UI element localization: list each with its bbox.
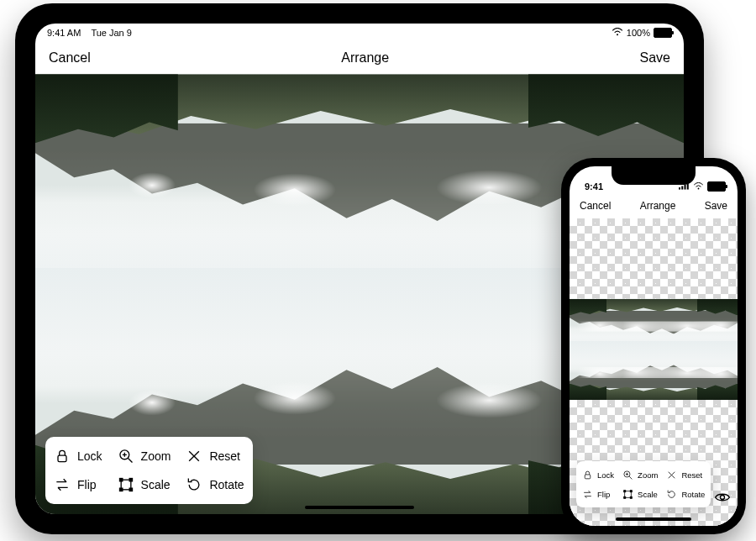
- home-indicator[interactable]: [616, 517, 691, 521]
- tool-scale[interactable]: Scale: [622, 485, 658, 503]
- x-icon: [666, 470, 677, 481]
- rotate-icon: [186, 476, 202, 493]
- battery-icon: [707, 181, 726, 192]
- svg-rect-10: [129, 479, 132, 481]
- save-button[interactable]: Save: [640, 50, 670, 66]
- cancel-button[interactable]: Cancel: [580, 200, 611, 212]
- tool-lock-label: Lock: [77, 449, 102, 463]
- svg-rect-29: [630, 496, 632, 498]
- tool-reset-label: Reset: [681, 470, 702, 480]
- battery-icon: [654, 28, 672, 38]
- tool-reset[interactable]: Reset: [666, 465, 705, 484]
- tool-lock[interactable]: Lock: [582, 465, 614, 484]
- tool-rotate-label: Rotate: [209, 478, 244, 491]
- svg-rect-9: [119, 479, 122, 481]
- tool-scale[interactable]: Scale: [118, 472, 171, 497]
- wifi-icon: [693, 181, 704, 192]
- wifi-icon: [612, 28, 623, 38]
- svg-line-3: [128, 459, 132, 463]
- svg-point-30: [721, 496, 725, 500]
- iphone-arrange-canvas[interactable]: Lock Zoom Reset: [570, 218, 738, 526]
- svg-rect-14: [681, 186, 683, 190]
- tool-panel: Lock Zoom Reset: [576, 461, 711, 507]
- tool-zoom-label: Zoom: [141, 449, 171, 463]
- save-button[interactable]: Save: [705, 200, 727, 212]
- ipad-status-date: Tue Jan 9: [91, 28, 132, 38]
- cancel-button[interactable]: Cancel: [49, 50, 91, 66]
- tool-reset[interactable]: Reset: [186, 444, 244, 469]
- tool-zoom[interactable]: Zoom: [118, 444, 171, 469]
- iphone-status-bar: 9:41: [570, 166, 738, 193]
- tool-zoom-label: Zoom: [638, 470, 658, 480]
- svg-rect-18: [585, 474, 591, 478]
- iphone-status-time: 9:41: [585, 181, 603, 192]
- svg-rect-16: [687, 183, 689, 189]
- svg-rect-13: [679, 187, 680, 189]
- preview-eye-button[interactable]: [714, 489, 731, 506]
- ipad-status-bar: 9:41 AM Tue Jan 9 100%: [35, 24, 684, 42]
- tool-rotate-label: Rotate: [681, 490, 705, 499]
- tool-rotate[interactable]: Rotate: [666, 485, 705, 503]
- lock-icon: [582, 470, 593, 481]
- swap-horizontal-icon: [582, 489, 593, 500]
- svg-rect-15: [685, 185, 686, 190]
- svg-rect-27: [630, 490, 632, 491]
- tool-scale-label: Scale: [141, 478, 171, 491]
- tool-lock-label: Lock: [597, 470, 614, 480]
- mirrored-mountain-image[interactable]: [570, 299, 738, 400]
- ipad-nav-bar: Cancel Arrange Save: [35, 42, 684, 74]
- iphone-screen: 9:41 Cancel Arrange Save: [570, 166, 738, 526]
- svg-rect-26: [624, 490, 626, 491]
- bounding-box-icon: [622, 489, 633, 500]
- tool-flip-label: Flip: [597, 490, 610, 499]
- svg-rect-1: [58, 455, 66, 462]
- tool-reset-label: Reset: [209, 449, 240, 463]
- x-icon: [186, 448, 202, 465]
- tool-panel: Lock Zoom Reset: [45, 437, 253, 504]
- tool-lock[interactable]: Lock: [54, 444, 102, 469]
- eye-icon: [714, 494, 731, 508]
- tool-scale-label: Scale: [638, 490, 658, 499]
- tool-flip[interactable]: Flip: [54, 472, 102, 497]
- page-title: Arrange: [341, 50, 389, 66]
- iphone-device-frame: 9:41 Cancel Arrange Save: [561, 158, 746, 534]
- tool-flip[interactable]: Flip: [582, 485, 614, 503]
- home-indicator[interactable]: [305, 506, 414, 509]
- svg-line-20: [629, 476, 632, 479]
- cellular-signal-icon: [679, 181, 690, 192]
- page-title: Arrange: [640, 200, 676, 212]
- iphone-nav-bar: Cancel Arrange Save: [570, 193, 738, 218]
- svg-point-0: [617, 34, 618, 35]
- magnifier-plus-icon: [622, 470, 633, 481]
- tool-flip-label: Flip: [77, 478, 97, 491]
- svg-point-17: [698, 188, 700, 190]
- magnifier-plus-icon: [118, 448, 134, 465]
- swap-horizontal-icon: [54, 476, 71, 493]
- tool-rotate[interactable]: Rotate: [186, 472, 244, 497]
- svg-rect-11: [119, 488, 122, 491]
- ipad-status-time-date: 9:41 AM Tue Jan 9: [47, 28, 132, 38]
- battery-percent-label: 100%: [627, 28, 650, 38]
- svg-rect-28: [624, 496, 626, 498]
- bounding-box-icon: [118, 476, 134, 493]
- svg-rect-12: [129, 488, 132, 491]
- tool-zoom[interactable]: Zoom: [622, 465, 658, 484]
- lock-icon: [54, 448, 71, 465]
- ipad-status-time: 9:41 AM: [47, 28, 81, 38]
- rotate-icon: [666, 489, 677, 500]
